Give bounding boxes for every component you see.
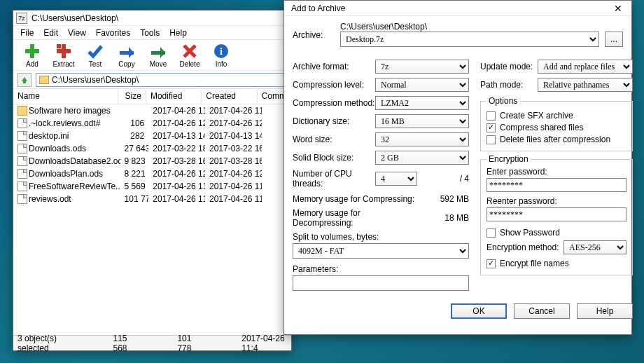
menu-help[interactable]: Help — [165, 27, 191, 39]
shared-checkbox[interactable]: Compress shared files — [486, 123, 626, 132]
ok-button[interactable]: OK — [451, 303, 507, 319]
archive-label: Archive: — [293, 22, 335, 40]
menubar: File Edit View Favorites Tools Help — [13, 26, 291, 40]
params-label: Parameters: — [293, 264, 469, 274]
table-row[interactable]: .~lock.reviews.odt#1062017-04-26 12:0620… — [13, 117, 291, 130]
close-icon[interactable]: ✕ — [608, 3, 629, 14]
browse-button[interactable]: ... — [605, 32, 623, 47]
column-headers[interactable]: Name Size Modified Created Comm — [13, 89, 291, 104]
page-icon — [18, 156, 27, 166]
showpw-checkbox[interactable]: Show Password — [486, 228, 626, 238]
password-reenter-input[interactable] — [486, 207, 626, 221]
update-select[interactable]: Add and replace files — [538, 60, 633, 74]
page-icon — [18, 169, 27, 179]
memc-label: Memory usage for Compressing: — [293, 194, 419, 204]
menu-file[interactable]: File — [16, 27, 38, 39]
memc-value: 592 MB — [419, 194, 469, 204]
level-label: Compression level: — [293, 80, 375, 90]
enterpw-label: Enter password: — [486, 167, 626, 177]
threads-select[interactable]: 4 — [375, 172, 417, 186]
menu-tools[interactable]: Tools — [136, 27, 164, 39]
dialog-titlebar: Add to Archive ✕ — [284, 1, 631, 16]
add-to-archive-dialog: Add to Archive ✕ Archive: C:\Users\user\… — [284, 0, 632, 335]
location-input[interactable]: C:\Users\user\Desktop\ — [36, 73, 287, 87]
location-bar: C:\Users\user\Desktop\ — [13, 71, 291, 89]
status-selection: 3 object(s) selected — [18, 334, 71, 353]
status-size2: 101 778 — [177, 334, 200, 353]
solid-select[interactable]: 2 GB — [375, 151, 469, 165]
options-legend: Options — [486, 96, 519, 106]
menu-view[interactable]: View — [64, 27, 90, 39]
move-button[interactable]: Move — [144, 43, 173, 68]
extract-button[interactable]: Extract — [49, 43, 78, 68]
up-button[interactable] — [18, 73, 31, 87]
col-size[interactable]: Size — [118, 89, 146, 104]
method-label: Compression method: — [293, 98, 375, 108]
table-row[interactable]: reviews.odt101 7782017-04-26 11:422017-0… — [13, 193, 291, 205]
word-label: Word size: — [293, 135, 375, 144]
solid-label: Solid Block size: — [293, 153, 375, 163]
dict-select[interactable]: 16 MB — [375, 114, 469, 128]
svg-rect-4 — [57, 44, 61, 48]
page-icon — [18, 118, 27, 128]
level-select[interactable]: Normal — [375, 78, 469, 92]
options-group: Options Create SFX archive Compress shar… — [480, 96, 633, 151]
password-input[interactable] — [486, 178, 626, 192]
svg-rect-1 — [25, 49, 39, 53]
cancel-button[interactable]: Cancel — [514, 303, 570, 319]
col-created[interactable]: Created — [202, 89, 257, 104]
archive-path: C:\Users\user\Desktop\ — [340, 22, 599, 32]
format-select[interactable]: 7z — [375, 60, 469, 74]
folder-icon — [18, 106, 27, 116]
format-label: Archive format: — [293, 62, 375, 71]
help-button[interactable]: Help — [577, 303, 633, 319]
test-button[interactable]: Test — [80, 43, 110, 68]
dict-label: Dictionary size: — [293, 116, 375, 126]
svg-rect-3 — [57, 49, 71, 53]
info-button[interactable]: iInfo — [206, 43, 236, 68]
titlebar: 7z C:\Users\user\Desktop\ — [13, 11, 291, 26]
encmethod-select[interactable]: AES-256 — [564, 240, 626, 254]
col-name[interactable]: Name — [13, 89, 118, 104]
dialog-title: Add to Archive — [291, 4, 608, 13]
word-select[interactable]: 32 — [375, 132, 469, 146]
memd-label: Memory usage for Decompressing: — [293, 208, 419, 228]
file-manager-window: 7z C:\Users\user\Desktop\ File Edit View… — [13, 10, 292, 351]
delete-button[interactable]: Delete — [175, 43, 204, 68]
status-size: 115 568 — [113, 334, 135, 353]
status-bar: 3 object(s) selected 115 568 101 778 201… — [13, 335, 291, 350]
menu-edit[interactable]: Edit — [39, 27, 62, 39]
archive-name-field[interactable]: Desktop.7z — [340, 32, 599, 47]
path-select[interactable]: Relative pathnames — [538, 78, 633, 92]
page-icon — [18, 194, 27, 204]
table-row[interactable]: desktop.ini2822017-04-13 14:402017-04-13… — [13, 130, 291, 142]
col-modified[interactable]: Modified — [146, 89, 202, 104]
copy-button[interactable]: Copy — [112, 43, 141, 68]
table-row[interactable]: Downloads.ods27 6432017-03-22 18:462017-… — [13, 142, 291, 155]
params-input[interactable] — [293, 275, 469, 291]
path-label: Path mode: — [480, 80, 538, 90]
split-label: Split to volumes, bytes: — [293, 232, 469, 242]
page-icon — [18, 182, 27, 191]
svg-text:i: i — [220, 46, 223, 57]
encryption-group: Encryption Enter password: Reenter passw… — [480, 154, 633, 275]
update-label: Update mode: — [480, 62, 538, 71]
delete-after-checkbox[interactable]: Delete files after compression — [486, 135, 626, 144]
table-row[interactable]: Software hero images2017-04-26 11:292017… — [13, 104, 291, 117]
sfx-checkbox[interactable]: Create SFX archive — [486, 111, 626, 121]
table-row[interactable]: FreeSoftwareReviewTe...5 5692017-04-26 1… — [13, 180, 291, 193]
method-select[interactable]: LZMA2 — [375, 96, 469, 110]
page-icon — [18, 144, 27, 153]
split-select[interactable]: 4092M - FAT — [293, 243, 469, 259]
threads-label: Number of CPU threads: — [293, 169, 375, 189]
encnames-checkbox[interactable]: Encrypt file names — [486, 259, 626, 268]
add-button[interactable]: Add — [18, 43, 47, 68]
app-icon: 7z — [16, 13, 27, 24]
reenterpw-label: Reenter password: — [486, 196, 626, 206]
table-row[interactable]: DownloadsDatabase2.odt9 8232017-03-28 16… — [13, 155, 291, 167]
folder-icon — [39, 76, 49, 84]
file-list: Name Size Modified Created Comm Software… — [13, 89, 291, 313]
table-row[interactable]: DownloadsPlan.ods8 2212017-04-26 12:0420… — [13, 167, 291, 180]
encmethod-label: Encryption method: — [486, 242, 564, 252]
menu-favorites[interactable]: Favorites — [92, 27, 134, 39]
